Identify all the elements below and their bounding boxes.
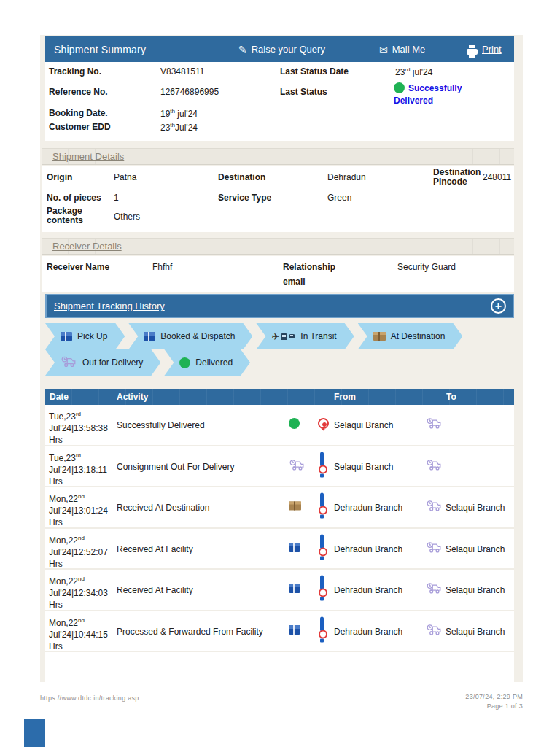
row-route-icon-cell [318,418,329,431]
row-to-icon-cell [426,541,443,555]
tracking-steps-row2: Out for DeliveryDelivered [45,349,254,376]
scooter-icon [426,583,443,597]
pencil-icon: ✎ [238,44,247,55]
scooter-icon [426,418,443,432]
route-icon [318,616,327,643]
row-date: Mon,22ndJul'24|12:52:07Hrs [49,533,116,570]
last-status-date-value: 23rd jul'24 [395,66,432,77]
row-to-icon-cell [426,459,443,473]
row-from: Dehradun Branch [334,544,425,554]
relationship-value: Security Guard [397,262,456,272]
package-icon [289,543,300,552]
receiver-details-card: Receiver Name Fhfhf Relationship email S… [42,256,514,292]
scooter-icon [61,356,77,370]
step-booked-dispatch: Booked & Dispatch [128,323,252,349]
step-out-for-delivery: Out for Delivery [45,349,160,376]
tracking-no-label: Tracking No. [49,66,101,77]
shipment-details-bar: Shipment Details [42,148,514,165]
tracking-no-value: V83481511 [160,66,205,77]
print-button[interactable]: Print [467,36,502,62]
green-dot-icon [289,418,300,429]
delivered-dot-icon [394,82,405,93]
scooter-icon [289,459,306,473]
receiver-name-label: Receiver Name [47,262,109,272]
receiver-details-bar: Receiver Details [42,238,514,255]
footer-url: https://www.dtdc.in/tracking.asp [40,694,139,702]
col-activity: Activity [117,392,148,402]
row-status-icon-cell [289,584,300,595]
expand-plus-button[interactable]: + [491,298,506,314]
row-to-icon-cell [426,624,443,638]
route-icon [318,534,327,560]
summary-actions: ✎ Raise your Query ✉ Mail Me Print [45,36,514,62]
row-route-icon-cell [318,452,327,480]
pieces-value: 1 [114,193,119,203]
mail-me-button[interactable]: ✉ Mail Me [379,36,425,62]
row-from: Dehradun Branch [334,503,425,513]
row-route-icon-cell [318,534,327,562]
tracking-history-bar: Shipment Tracking History + [45,294,514,318]
relationship-label: Relationship [283,262,335,272]
summary-card: Tracking No. V83481511 Last Status Date … [45,62,514,141]
route-icon [318,452,327,478]
package-icon [289,625,300,635]
step-label: In Transit [300,331,336,341]
row-route-icon-cell [318,616,327,645]
booking-date-value: 19th jul'24 [160,108,198,119]
row-status-icon-cell [289,625,300,637]
next-page-peek [24,719,45,747]
row-to: Selaqui Branch [446,627,515,637]
scooter-icon [426,459,443,473]
step-label: Out for Delivery [82,357,143,368]
col-to: To [446,392,456,402]
row-activity: Processed & Forwarded From Facility [117,627,288,637]
raise-query-button[interactable]: ✎ Raise your Query [238,36,325,62]
table-row: Tue,23rdJul'24|13:58:38HrsSuccessfully D… [45,405,514,446]
destination-label: Destination [218,172,265,182]
footer-datetime: 23/07/24, 2:29 PM [465,692,523,702]
pieces-label: No. of pieces [47,193,101,203]
shipment-details-title[interactable]: Shipment Details [52,151,124,162]
receiver-details-title[interactable]: Receiver Details [52,241,122,252]
row-status-icon-cell [289,459,306,473]
origin-label: Origin [47,172,72,182]
row-to-icon-cell [426,418,443,432]
row-route-icon-cell [318,576,327,604]
row-from: Dehradun Branch [334,585,425,595]
step-delivered: Delivered [164,349,250,376]
scooter-icon [426,624,443,638]
destination-pincode-label: Destination Pincode [433,168,483,187]
customer-edd-label: Customer EDD [49,122,111,132]
scooter-icon [426,500,443,514]
row-date: Mon,22ndJul'24|10:44:15Hrs [49,615,116,652]
row-date: Tue,23rdJul'24|13:18:11Hrs [49,450,116,487]
tracking-steps-row1: Pick UpBooked & Dispatch✈In TransitAt De… [45,323,466,349]
destination-pincode-value: 248011 [483,172,511,182]
origin-value: Patna [114,172,136,182]
green-dot-icon [179,357,190,368]
last-status-label: Last Status [280,87,327,97]
step-label: Booked & Dispatch [160,331,235,341]
tracking-history-title[interactable]: Shipment Tracking History [54,301,165,311]
table-row: Mon,22ndJul'24|12:52:07HrsReceived At Fa… [45,529,514,570]
table-row: Tue,23rdJul'24|13:18:11HrsConsignment Ou… [45,446,514,488]
table-row: Mon,22ndJul'24|13:01:24HrsReceived At De… [45,487,514,529]
row-to-icon-cell [426,583,443,597]
step-label: Pick Up [77,331,107,341]
row-activity: Received At Facility [117,585,288,595]
package-contents-value: Others [114,212,140,222]
history-table-body: Tue,23rdJul'24|13:58:38HrsSuccessfully D… [45,405,514,682]
email-label: email [283,276,306,287]
package-icon [61,332,72,341]
footer-page-number: Page 1 of 3 [465,702,523,711]
step-label: At Destination [391,331,446,341]
reference-no-label: Reference No. [49,87,108,97]
package-icon [144,332,155,341]
page: Shipment Summary ✎ Raise your Query ✉ Ma… [0,0,560,747]
row-date: Mon,22ndJul'24|12:34:03Hrs [49,573,116,611]
shipment-details-card: Origin Patna Destination Dehradun Destin… [42,166,514,232]
last-status-date-label: Last Status Date [280,66,349,77]
step-pick-up: Pick Up [45,323,125,349]
transit-icon: ✈ [271,332,295,341]
row-to: Selaqui Branch [446,544,515,554]
